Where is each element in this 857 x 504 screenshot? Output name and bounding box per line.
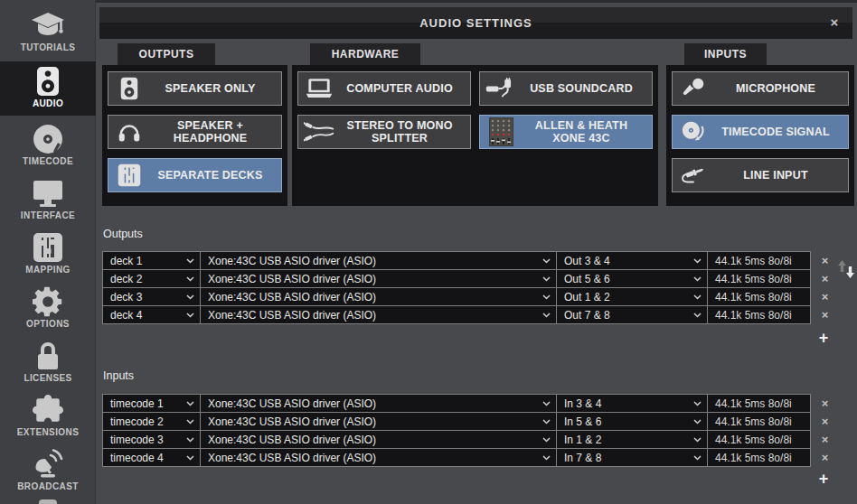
chevron-down-icon bbox=[693, 401, 702, 406]
remove-row-icon[interactable]: × bbox=[818, 305, 832, 324]
add-input-button[interactable]: + bbox=[815, 470, 833, 488]
sidebar-item-mapping[interactable]: MAPPING bbox=[0, 228, 96, 282]
input-driver-dropdown[interactable]: Xone:43C USB ASIO driver (ASIO) bbox=[200, 394, 557, 413]
laptop-icon bbox=[298, 77, 340, 100]
sidebar-item-label: INTERFACE bbox=[21, 210, 75, 220]
sidebar-item-options[interactable]: OPTIONS bbox=[0, 282, 96, 336]
input-status: 44.1k 5ms 8o/8i bbox=[707, 394, 811, 413]
button-label: COMPUTER AUDIO bbox=[340, 82, 470, 95]
input-driver-dropdown[interactable]: Xone:43C USB ASIO driver (ASIO) bbox=[200, 430, 557, 449]
chevron-down-icon bbox=[542, 313, 551, 318]
chevron-down-icon bbox=[693, 258, 702, 264]
usb-cable-icon bbox=[480, 77, 522, 100]
input-source-dropdown[interactable]: timecode 4 bbox=[102, 448, 201, 467]
output-source-dropdown[interactable]: deck 2 bbox=[102, 269, 201, 288]
input-channel-dropdown[interactable]: In 5 & 6 bbox=[556, 412, 708, 431]
sidebar-item-label: TIMECODE bbox=[23, 156, 73, 166]
sidebar-item-licenses[interactable]: LICENSES bbox=[0, 336, 96, 390]
output-channel-dropdown[interactable]: Out 5 & 6 bbox=[556, 269, 708, 288]
remove-row-icon[interactable]: × bbox=[818, 412, 832, 431]
input-row-1: timecode 1 Xone:43C USB ASIO driver (ASI… bbox=[102, 394, 832, 413]
sidebar-item-audio[interactable]: AUDIO bbox=[0, 61, 96, 116]
button-label: USB SOUNDCARD bbox=[522, 82, 652, 95]
chevron-down-icon bbox=[186, 401, 194, 406]
chevron-down-icon bbox=[542, 401, 551, 406]
remove-row-icon[interactable]: × bbox=[818, 430, 832, 449]
hardware-panel: COMPUTER AUDIO USB SOUNDCARD STEREO TO M… bbox=[292, 65, 658, 206]
speaker-icon bbox=[36, 64, 60, 98]
input-channel-dropdown[interactable]: In 3 & 4 bbox=[556, 394, 708, 413]
button-label: SPEAKER + HEADPHONE bbox=[150, 119, 281, 145]
button-label: LINE INPUT bbox=[714, 169, 848, 182]
window-top-edge bbox=[0, 0, 857, 3]
output-channel-dropdown[interactable]: Out 7 & 8 bbox=[556, 305, 708, 324]
sidebar-item-label: TUTORIALS bbox=[21, 42, 76, 52]
output-driver-dropdown[interactable]: Xone:43C USB ASIO driver (ASIO) bbox=[200, 305, 557, 324]
chevron-down-icon bbox=[186, 276, 194, 282]
headphones-icon bbox=[108, 121, 150, 143]
input-source-dropdown[interactable]: timecode 2 bbox=[102, 412, 201, 431]
speaker-only-button[interactable]: SPEAKER ONLY bbox=[108, 71, 282, 106]
sidebar-item-label: LICENSES bbox=[24, 373, 71, 383]
chevron-down-icon bbox=[693, 437, 702, 443]
output-driver-dropdown[interactable]: Xone:43C USB ASIO driver (ASIO) bbox=[200, 287, 557, 306]
output-row-4: deck 4 Xone:43C USB ASIO driver (ASIO) O… bbox=[102, 305, 832, 324]
sidebar-item-broadcast[interactable]: BROADCAST bbox=[0, 444, 96, 499]
sidebar-item-tutorials[interactable]: TUTORIALS bbox=[0, 5, 96, 60]
output-driver-dropdown[interactable]: Xone:43C USB ASIO driver (ASIO) bbox=[200, 269, 557, 288]
outputs-section-tab: OUTPUTS bbox=[118, 43, 215, 65]
chevron-down-icon bbox=[186, 455, 194, 461]
stereo-to-mono-splitter-button[interactable]: STEREO TO MONO SPLITTER bbox=[297, 115, 471, 149]
output-row-3: deck 3 Xone:43C USB ASIO driver (ASIO) O… bbox=[102, 287, 832, 306]
remove-row-icon[interactable]: × bbox=[818, 251, 832, 270]
output-driver-dropdown[interactable]: Xone:43C USB ASIO driver (ASIO) bbox=[200, 251, 557, 270]
chevron-down-icon bbox=[186, 419, 194, 425]
rescan-devices-icon[interactable] bbox=[836, 258, 856, 280]
output-row-2: deck 2 Xone:43C USB ASIO driver (ASIO) O… bbox=[102, 269, 832, 288]
broadcast-icon bbox=[32, 447, 64, 481]
usb-soundcard-button[interactable]: USB SOUNDCARD bbox=[479, 71, 653, 106]
remove-row-icon[interactable]: × bbox=[818, 269, 832, 288]
output-status: 44.1k 5ms 8o/8i bbox=[707, 287, 811, 306]
chevron-down-icon bbox=[542, 437, 551, 443]
inputs-panel: MICROPHONE TIMECODE SIGNAL LINE INPUT bbox=[666, 65, 854, 206]
gear-icon bbox=[33, 285, 63, 318]
timecode-signal-button[interactable]: TIMECODE SIGNAL bbox=[672, 115, 849, 149]
sidebar-item-label: EXTENSIONS bbox=[17, 427, 79, 437]
input-source-dropdown[interactable]: timecode 1 bbox=[102, 394, 201, 413]
button-label: ALLEN & HEATH XONE 43C bbox=[522, 119, 652, 145]
sidebar-item-interface[interactable]: INTERFACE bbox=[0, 173, 96, 228]
input-driver-dropdown[interactable]: Xone:43C USB ASIO driver (ASIO) bbox=[200, 448, 557, 467]
sidebar-item-label: OPTIONS bbox=[26, 319, 70, 329]
speaker-headphone-button[interactable]: SPEAKER + HEADPHONE bbox=[108, 115, 282, 149]
remove-row-icon[interactable]: × bbox=[818, 394, 832, 413]
output-channel-dropdown[interactable]: Out 1 & 2 bbox=[556, 287, 708, 306]
input-source-dropdown[interactable]: timecode 3 bbox=[102, 430, 201, 449]
output-source-dropdown[interactable]: deck 4 bbox=[102, 305, 201, 324]
input-channel-dropdown[interactable]: In 7 & 8 bbox=[556, 448, 708, 467]
output-status: 44.1k 5ms 8o/8i bbox=[707, 305, 811, 324]
sliders-icon bbox=[33, 230, 63, 264]
outputs-panel: SPEAKER ONLY SPEAKER + HEADPHONE SEPARAT… bbox=[102, 65, 287, 206]
input-channel-dropdown[interactable]: In 1 & 2 bbox=[556, 430, 708, 449]
allen-heath-xone-43c-button[interactable]: ALLEN & HEATH XONE 43C bbox=[479, 115, 653, 149]
input-driver-dropdown[interactable]: Xone:43C USB ASIO driver (ASIO) bbox=[200, 412, 557, 431]
output-source-dropdown[interactable]: deck 1 bbox=[102, 251, 201, 270]
input-status: 44.1k 5ms 8o/8i bbox=[707, 412, 811, 431]
close-icon[interactable]: × bbox=[826, 7, 843, 39]
computer-audio-button[interactable]: COMPUTER AUDIO bbox=[297, 71, 471, 106]
add-output-button[interactable]: + bbox=[815, 329, 833, 347]
line-input-button[interactable]: LINE INPUT bbox=[672, 158, 849, 192]
remove-row-icon[interactable]: × bbox=[818, 287, 832, 306]
separate-decks-button[interactable]: SEPARATE DECKS bbox=[108, 158, 282, 192]
microphone-button[interactable]: MICROPHONE bbox=[672, 71, 849, 106]
chevron-down-icon bbox=[542, 294, 551, 300]
output-channel-dropdown[interactable]: Out 3 & 4 bbox=[556, 251, 708, 270]
dialog-title: AUDIO SETTINGS bbox=[99, 7, 852, 39]
remove-row-icon[interactable]: × bbox=[818, 448, 832, 467]
sidebar-item-timecode[interactable]: TIMECODE bbox=[0, 119, 96, 173]
sidebar-item-extensions[interactable]: EXTENSIONS bbox=[0, 390, 96, 444]
hardware-section-tab: HARDWARE bbox=[310, 43, 420, 65]
output-source-dropdown[interactable]: deck 3 bbox=[102, 287, 201, 306]
splitter-cable-icon bbox=[298, 119, 340, 145]
